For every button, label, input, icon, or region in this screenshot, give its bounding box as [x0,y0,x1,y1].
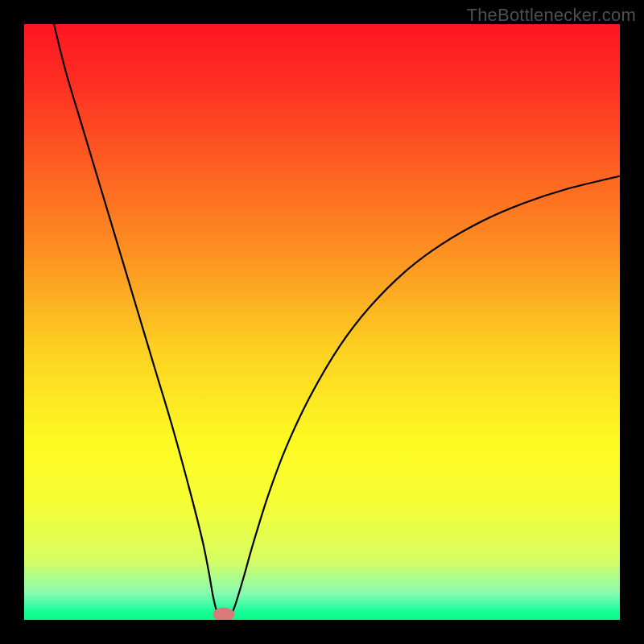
gradient-background [24,24,620,620]
bottleneck-chart [24,24,620,620]
chart-frame [24,24,620,620]
watermark-text: TheBottlenecker.com [467,5,636,26]
